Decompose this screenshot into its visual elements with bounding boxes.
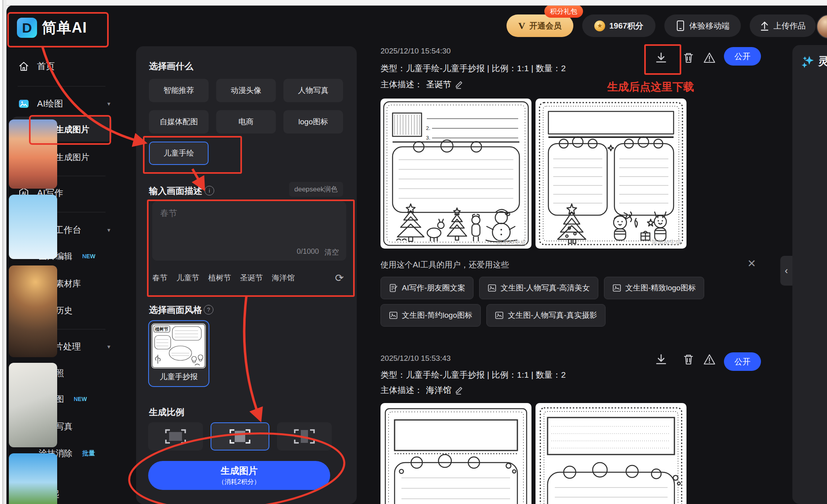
ratio-landscape-button[interactable] — [148, 422, 203, 451]
clear-button[interactable]: 清空 — [325, 247, 339, 257]
category-media-image[interactable]: 自媒体配图 — [149, 110, 209, 134]
category-portrait[interactable]: 人物写真 — [283, 79, 343, 102]
category-anime-avatar[interactable]: 动漫头像 — [216, 79, 276, 102]
info-icon[interactable]: i — [205, 186, 214, 195]
recommend-chip-fine-logo[interactable]: 文生图-精致logo图标 — [604, 277, 704, 299]
text-to-image-icon — [488, 284, 496, 292]
logo-text: 简单AI — [42, 18, 87, 38]
inspiration-label: 灵 — [818, 54, 827, 68]
vip-icon: V — [518, 21, 525, 31]
vip-button[interactable]: V 开通会员 — [507, 14, 573, 37]
edit-icon[interactable] — [455, 80, 463, 89]
deepseek-polish-badge[interactable]: deepseek润色 — [289, 182, 343, 197]
desc-value: 海洋馆 — [426, 385, 451, 396]
ratio-portrait-icon — [292, 427, 316, 446]
inspiration-thumbnail-train[interactable] — [9, 453, 57, 504]
generated-image-christmas-1[interactable]: 2. 3. — [380, 99, 531, 249]
result-meta: 类型：儿童手绘-儿童手抄报 | 比例：1:1 | 数量：2 — [380, 63, 566, 74]
recommend-chip-simple-logo[interactable]: 文生图-简约logo图标 — [380, 304, 481, 327]
coin-icon: ★ — [594, 21, 605, 31]
trash-icon[interactable] — [681, 51, 696, 65]
category-logo[interactable]: logo图标 — [283, 110, 343, 134]
phone-icon — [676, 20, 685, 31]
generated-image-ocean-2[interactable]: 简单AI生成 — [535, 403, 686, 504]
report-icon[interactable] — [702, 352, 717, 367]
sidebar-item-label: AI绘图 — [37, 98, 63, 110]
ratio-square-button-selected[interactable] — [211, 422, 269, 451]
publish-button[interactable]: 公开 — [724, 352, 761, 371]
sparkle-icon — [801, 54, 815, 68]
refresh-tags-icon[interactable]: ⟳ — [335, 272, 344, 284]
ai-drawing-icon — [18, 98, 30, 110]
generated-image-ocean-1[interactable]: 简单AI生成 — [380, 403, 531, 504]
text-to-image-icon — [612, 284, 621, 292]
style-name: 儿童手抄报 — [149, 372, 209, 382]
sidebar-item-home[interactable]: 首页 — [18, 58, 113, 74]
publish-button[interactable]: 公开 — [724, 47, 761, 66]
sidebar-divider — [18, 86, 105, 86]
upload-work-button[interactable]: 上传作品 — [750, 14, 816, 37]
tag-christmas[interactable]: 圣诞节 — [240, 273, 263, 283]
mobile-app-button[interactable]: 体验移动端 — [664, 14, 741, 37]
category-children-drawing-selected[interactable]: 儿童手绘 — [149, 142, 209, 165]
chevron-left-icon: ‹ — [785, 265, 788, 276]
pick-what-title: 选择画什么 — [149, 60, 193, 72]
tag-childrens-day[interactable]: 儿童节 — [176, 273, 199, 283]
recommend-title: 使用这个AI工具的用户，还爱用这些 — [380, 259, 509, 270]
generated-image-christmas-2[interactable]: 简单AI生成 — [535, 99, 686, 249]
inspiration-thumbnail-interior[interactable] — [9, 265, 57, 357]
description-label: 输入画面描述 — [149, 185, 202, 197]
recommend-row-2: 文生图-简约logo图标 文生图-人物写真-真实摄影 — [380, 304, 606, 327]
inspiration-thumbnail-sunset[interactable] — [9, 119, 57, 189]
chevron-down-icon[interactable]: ▾ — [107, 100, 110, 107]
generate-button[interactable]: 生成图片 （消耗2积分） — [148, 461, 330, 490]
panel-collapse-tab[interactable]: ‹ — [780, 256, 792, 286]
question-icon[interactable]: ? — [204, 305, 213, 315]
recommend-chip-ai-writing[interactable]: AI写作-朋友圈文案 — [380, 277, 473, 299]
points-button[interactable]: ★ 1967积分 — [582, 14, 655, 37]
gift-badge-label: 积分礼包 — [550, 7, 577, 16]
inspiration-thumbnail-ink-painting[interactable] — [9, 363, 57, 447]
tag-arbor-day[interactable]: 植树节 — [208, 273, 231, 283]
doc-icon — [389, 284, 398, 292]
app-logo[interactable]: D 简单AI — [17, 18, 87, 38]
edit-icon[interactable] — [455, 385, 463, 395]
report-icon[interactable] — [702, 51, 717, 65]
svg-text:简单AI生成: 简单AI生成 — [651, 239, 681, 245]
upload-label: 上传作品 — [773, 21, 806, 31]
recommend-chip-portrait-beauty[interactable]: 文生图-人物写真-高清美女 — [479, 277, 598, 299]
upload-icon — [760, 21, 769, 31]
annotation-download-hint: 生成后点这里下载 — [607, 80, 716, 94]
browser-edge-left[interactable] — [0, 0, 6, 504]
category-ecommerce[interactable]: 电商 — [216, 110, 276, 134]
page: D 简单AI 首页 AI绘图 ▾ 文字生成图片 图片生成图片 AI AI写作 我… — [0, 0, 827, 504]
batch-badge: 批量 — [82, 449, 95, 458]
ratio-title: 生成比例 — [149, 406, 184, 418]
trash-icon[interactable] — [681, 352, 696, 367]
result-timestamp: 2025/12/10 15:54:30 — [380, 47, 451, 56]
download-icon[interactable] — [654, 352, 668, 367]
sidebar-item-ai-drawing[interactable]: AI绘图 ▾ — [18, 96, 113, 112]
tag-spring-festival[interactable]: 春节 — [152, 273, 167, 283]
ratio-portrait-button[interactable] — [277, 422, 332, 451]
points-label: 1967积分 — [609, 21, 643, 31]
style-title: 选择画面风格 — [149, 304, 202, 316]
prompt-textarea[interactable] — [159, 207, 340, 247]
new-badge: NEW — [74, 396, 87, 402]
style-card-children-newspaper[interactable]: 植树节 儿童手抄报 — [148, 320, 209, 387]
new-badge: NEW — [82, 253, 95, 259]
svg-text:3.: 3. — [426, 135, 430, 141]
tag-aquarium[interactable]: 海洋馆 — [272, 273, 295, 283]
close-icon[interactable]: ✕ — [747, 257, 756, 270]
download-icon[interactable] — [654, 51, 668, 65]
sidebar-item-label: 首页 — [37, 60, 55, 72]
desc-label: 主体描述： — [380, 385, 423, 396]
ratio-landscape-icon — [163, 427, 188, 446]
inspiration-thumbnail-sky[interactable] — [9, 195, 57, 259]
chevron-down-icon[interactable]: ▾ — [107, 343, 110, 350]
chevron-down-icon[interactable]: ▾ — [107, 226, 110, 234]
recommend-chip-real-photo[interactable]: 文生图-人物写真-真实摄影 — [486, 304, 606, 327]
points-gift-badge[interactable]: 积分礼包 — [544, 5, 583, 18]
category-smart-recommend[interactable]: 智能推荐 — [149, 79, 209, 102]
mobile-label: 体验移动端 — [689, 21, 730, 31]
